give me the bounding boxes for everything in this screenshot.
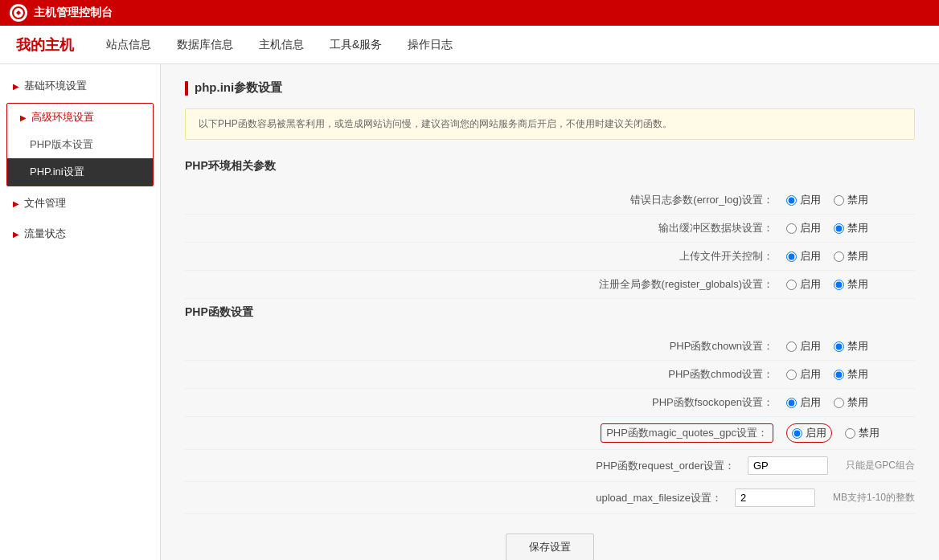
param-row-fsockopen: PHP函数fsockopen设置： 启用 禁用	[185, 389, 915, 417]
radio-input-uploadctrl-enable[interactable]	[786, 251, 797, 262]
top-bar: 主机管理控制台	[0, 0, 939, 26]
highlighted-label-magicquotes: PHP函数magic_quotes_gpc设置：	[601, 423, 773, 443]
param-row-uploadmax: upload_max_filesize设置： MB支持1-10的整数	[185, 482, 915, 514]
radio-label-fsockopen-enable: 启用	[800, 395, 821, 410]
arrow-icon-file: ▶	[13, 199, 19, 208]
radio-input-chmod-disable[interactable]	[834, 370, 844, 380]
nav-item-dbinfo[interactable]: 数据库信息	[177, 35, 233, 55]
arrow-icon: ▶	[13, 82, 19, 91]
radio-label-errorlog-disable: 禁用	[847, 193, 868, 207]
page-title: php.ini参数设置	[195, 80, 282, 96]
param-label-magicquotes: PHP函数magic_quotes_gpc设置：	[185, 423, 786, 443]
sidebar-group-label-advanced: 高级环境设置	[31, 110, 94, 125]
radio-label-outputbuf-disable: 禁用	[847, 221, 868, 235]
param-controls-requestorder: 只能是GPC组合	[748, 456, 915, 475]
radio-label-chown-enable: 启用	[800, 339, 821, 354]
radio-input-magicquotes-disable[interactable]	[845, 428, 855, 439]
sidebar-group-basic: ▶ 基础环境设置	[0, 72, 160, 100]
env-section-title: PHP环境相关参数	[185, 159, 915, 174]
sidebar-group-traffic: ▶ 流量状态	[0, 220, 160, 247]
radio-input-chown-enable[interactable]	[786, 341, 797, 352]
param-row-chown: PHP函数chown设置： 启用 禁用	[185, 333, 915, 361]
radio-input-chmod-enable[interactable]	[786, 370, 797, 380]
radio-input-outputbuf-enable[interactable]	[786, 223, 797, 234]
input-uploadmax[interactable]	[735, 488, 815, 507]
radio-magicquotes-enable[interactable]: 启用	[786, 423, 832, 443]
radio-uploadctrl-disable[interactable]: 禁用	[834, 249, 868, 264]
radio-chmod-disable[interactable]: 禁用	[834, 367, 868, 382]
radio-errorlog-enable[interactable]: 启用	[786, 193, 821, 207]
radio-magicquotes-disable[interactable]: 禁用	[845, 426, 880, 440]
radio-input-uploadctrl-disable[interactable]	[834, 251, 844, 262]
env-section: PHP环境相关参数 错误日志参数(error_log)设置： 启用 禁用	[185, 159, 915, 299]
radio-uploadctrl-enable[interactable]: 启用	[786, 249, 821, 264]
radio-input-outputbuf-disable[interactable]	[834, 223, 844, 234]
radio-label-chmod-disable: 禁用	[847, 367, 868, 382]
warning-box: 以下PHP函数容易被黑客利用，或造成网站访问慢，建议咨询您的网站服务商后开启，不…	[185, 108, 915, 140]
param-label-fsockopen: PHP函数fsockopen设置：	[185, 395, 786, 410]
sidebar-item-php-version[interactable]: PHP版本设置	[7, 131, 153, 158]
param-controls-chown: 启用 禁用	[786, 339, 915, 354]
param-label-regglobals: 注册全局参数(register_globals)设置：	[185, 277, 786, 292]
param-label-chmod: PHP函数chmod设置：	[185, 367, 786, 382]
radio-outputbuf-disable[interactable]: 禁用	[834, 221, 868, 235]
sidebar-item-advanced[interactable]: ▶ 高级环境设置	[7, 104, 153, 131]
radio-input-chown-disable[interactable]	[834, 341, 844, 352]
param-row-magicquotes: PHP函数magic_quotes_gpc设置： 启用 禁用	[185, 417, 915, 450]
param-label-uploadmax: upload_max_filesize设置：	[185, 491, 735, 505]
section-title-row: php.ini参数设置	[185, 80, 915, 96]
sidebar-group-label-file: 文件管理	[24, 196, 66, 211]
env-param-table: 错误日志参数(error_log)设置： 启用 禁用 输出缓冲区数据块设置：	[185, 186, 915, 299]
func-section: PHP函数设置 PHP函数chown设置： 启用 禁用	[185, 305, 915, 514]
param-label-chown: PHP函数chown设置：	[185, 339, 786, 354]
param-row-outputbuf: 输出缓冲区数据块设置： 启用 禁用	[185, 215, 915, 243]
sidebar-item-basic[interactable]: ▶ 基础环境设置	[0, 72, 160, 100]
param-controls-chmod: 启用 禁用	[786, 367, 915, 382]
param-controls-uploadmax: MB支持1-10的整数	[735, 488, 915, 507]
radio-input-fsockopen-enable[interactable]	[786, 398, 797, 408]
radio-input-magicquotes-enable[interactable]	[792, 428, 802, 439]
radio-regglobals-enable[interactable]: 启用	[786, 277, 821, 292]
nav-item-tools[interactable]: 工具&服务	[330, 35, 382, 55]
radio-input-errorlog-enable[interactable]	[786, 195, 797, 206]
param-row-chmod: PHP函数chmod设置： 启用 禁用	[185, 361, 915, 389]
param-row-requestorder: PHP函数request_order设置： 只能是GPC组合	[185, 450, 915, 482]
func-param-table: PHP函数chown设置： 启用 禁用 PHP函数chmod设置：	[185, 333, 915, 514]
sidebar-item-php-ini[interactable]: PHP.ini设置	[7, 158, 153, 186]
radio-label-regglobals-enable: 启用	[800, 277, 821, 292]
sidebar-group-label-traffic: 流量状态	[24, 227, 66, 241]
radio-fsockopen-enable[interactable]: 启用	[786, 395, 821, 410]
radio-chown-enable[interactable]: 启用	[786, 339, 821, 354]
radio-input-regglobals-enable[interactable]	[786, 280, 797, 290]
radio-errorlog-disable[interactable]: 禁用	[834, 193, 868, 207]
radio-chown-disable[interactable]: 禁用	[834, 339, 868, 354]
radio-regglobals-disable[interactable]: 禁用	[834, 277, 868, 292]
logo-icon	[10, 4, 27, 22]
sidebar-item-file[interactable]: ▶ 文件管理	[0, 190, 160, 217]
radio-input-regglobals-disable[interactable]	[834, 280, 844, 290]
radio-fsockopen-disable[interactable]: 禁用	[834, 395, 868, 410]
radio-label-chown-disable: 禁用	[847, 339, 868, 354]
radio-label-uploadctrl-enable: 启用	[800, 249, 821, 264]
radio-label-magicquotes-enable: 启用	[806, 426, 826, 440]
param-controls-uploadctrl: 启用 禁用	[786, 249, 915, 264]
input-requestorder[interactable]	[748, 456, 828, 475]
param-row-regglobals: 注册全局参数(register_globals)设置： 启用 禁用	[185, 271, 915, 299]
nav-item-hostinfo[interactable]: 主机信息	[259, 35, 304, 55]
radio-label-outputbuf-enable: 启用	[800, 221, 821, 235]
radio-input-errorlog-disable[interactable]	[834, 195, 844, 206]
radio-label-magicquotes-disable: 禁用	[859, 426, 880, 440]
nav-bar: 我的主机 站点信息 数据库信息 主机信息 工具&服务 操作日志	[0, 26, 939, 64]
param-label-requestorder: PHP函数request_order设置：	[185, 459, 748, 473]
sidebar-item-traffic[interactable]: ▶ 流量状态	[0, 220, 160, 247]
nav-item-oplog[interactable]: 操作日志	[408, 35, 453, 55]
save-button[interactable]: 保存设置	[506, 533, 594, 560]
title-bar-decoration	[185, 81, 188, 96]
radio-label-errorlog-enable: 启用	[800, 193, 821, 207]
radio-outputbuf-enable[interactable]: 启用	[786, 221, 821, 235]
top-bar-title: 主机管理控制台	[34, 6, 113, 20]
radio-chmod-enable[interactable]: 启用	[786, 367, 821, 382]
hint-requestorder: 只能是GPC组合	[846, 459, 915, 472]
nav-item-siteinfo[interactable]: 站点信息	[106, 35, 151, 55]
radio-input-fsockopen-disable[interactable]	[834, 398, 844, 408]
